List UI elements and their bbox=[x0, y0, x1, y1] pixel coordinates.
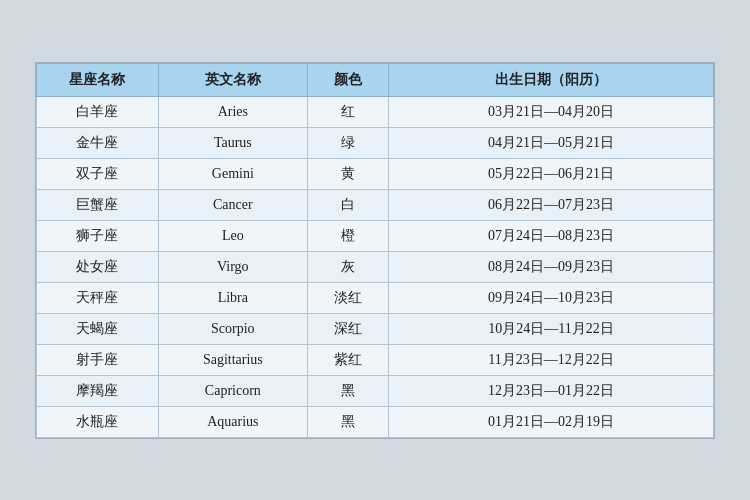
cell-color: 绿 bbox=[307, 127, 388, 158]
header-color: 颜色 bbox=[307, 63, 388, 96]
table-row: 天蝎座Scorpio深红10月24日—11月22日 bbox=[37, 313, 714, 344]
cell-english: Virgo bbox=[158, 251, 307, 282]
table-row: 射手座Sagittarius紫红11月23日—12月22日 bbox=[37, 344, 714, 375]
table-row: 处女座Virgo灰08月24日—09月23日 bbox=[37, 251, 714, 282]
cell-chinese: 摩羯座 bbox=[37, 375, 159, 406]
cell-date: 08月24日—09月23日 bbox=[389, 251, 714, 282]
table-row: 狮子座Leo橙07月24日—08月23日 bbox=[37, 220, 714, 251]
cell-color: 深红 bbox=[307, 313, 388, 344]
table-header-row: 星座名称 英文名称 颜色 出生日期（阳历） bbox=[37, 63, 714, 96]
cell-english: Leo bbox=[158, 220, 307, 251]
cell-date: 05月22日—06月21日 bbox=[389, 158, 714, 189]
cell-color: 红 bbox=[307, 96, 388, 127]
cell-chinese: 白羊座 bbox=[37, 96, 159, 127]
table-row: 巨蟹座Cancer白06月22日—07月23日 bbox=[37, 189, 714, 220]
cell-chinese: 狮子座 bbox=[37, 220, 159, 251]
cell-english: Aries bbox=[158, 96, 307, 127]
cell-color: 紫红 bbox=[307, 344, 388, 375]
cell-english: Scorpio bbox=[158, 313, 307, 344]
cell-chinese: 处女座 bbox=[37, 251, 159, 282]
table-row: 白羊座Aries红03月21日—04月20日 bbox=[37, 96, 714, 127]
cell-chinese: 巨蟹座 bbox=[37, 189, 159, 220]
cell-date: 01月21日—02月19日 bbox=[389, 406, 714, 437]
cell-english: Capricorn bbox=[158, 375, 307, 406]
cell-color: 黑 bbox=[307, 406, 388, 437]
cell-chinese: 天秤座 bbox=[37, 282, 159, 313]
table-body: 白羊座Aries红03月21日—04月20日金牛座Taurus绿04月21日—0… bbox=[37, 96, 714, 437]
cell-color: 淡红 bbox=[307, 282, 388, 313]
cell-english: Sagittarius bbox=[158, 344, 307, 375]
cell-color: 黑 bbox=[307, 375, 388, 406]
cell-date: 10月24日—11月22日 bbox=[389, 313, 714, 344]
table-row: 金牛座Taurus绿04月21日—05月21日 bbox=[37, 127, 714, 158]
cell-chinese: 射手座 bbox=[37, 344, 159, 375]
cell-english: Taurus bbox=[158, 127, 307, 158]
cell-date: 12月23日—01月22日 bbox=[389, 375, 714, 406]
header-chinese: 星座名称 bbox=[37, 63, 159, 96]
cell-english: Gemini bbox=[158, 158, 307, 189]
cell-date: 07月24日—08月23日 bbox=[389, 220, 714, 251]
cell-english: Aquarius bbox=[158, 406, 307, 437]
cell-date: 11月23日—12月22日 bbox=[389, 344, 714, 375]
table-row: 天秤座Libra淡红09月24日—10月23日 bbox=[37, 282, 714, 313]
zodiac-table: 星座名称 英文名称 颜色 出生日期（阳历） 白羊座Aries红03月21日—04… bbox=[36, 63, 714, 438]
cell-color: 灰 bbox=[307, 251, 388, 282]
header-english: 英文名称 bbox=[158, 63, 307, 96]
cell-color: 橙 bbox=[307, 220, 388, 251]
cell-color: 白 bbox=[307, 189, 388, 220]
cell-english: Libra bbox=[158, 282, 307, 313]
table-row: 双子座Gemini黄05月22日—06月21日 bbox=[37, 158, 714, 189]
cell-chinese: 金牛座 bbox=[37, 127, 159, 158]
cell-chinese: 双子座 bbox=[37, 158, 159, 189]
zodiac-table-container: 星座名称 英文名称 颜色 出生日期（阳历） 白羊座Aries红03月21日—04… bbox=[35, 62, 715, 439]
table-row: 水瓶座Aquarius黑01月21日—02月19日 bbox=[37, 406, 714, 437]
table-row: 摩羯座Capricorn黑12月23日—01月22日 bbox=[37, 375, 714, 406]
cell-chinese: 水瓶座 bbox=[37, 406, 159, 437]
cell-english: Cancer bbox=[158, 189, 307, 220]
cell-date: 04月21日—05月21日 bbox=[389, 127, 714, 158]
header-date: 出生日期（阳历） bbox=[389, 63, 714, 96]
cell-color: 黄 bbox=[307, 158, 388, 189]
cell-date: 06月22日—07月23日 bbox=[389, 189, 714, 220]
cell-chinese: 天蝎座 bbox=[37, 313, 159, 344]
cell-date: 09月24日—10月23日 bbox=[389, 282, 714, 313]
cell-date: 03月21日—04月20日 bbox=[389, 96, 714, 127]
